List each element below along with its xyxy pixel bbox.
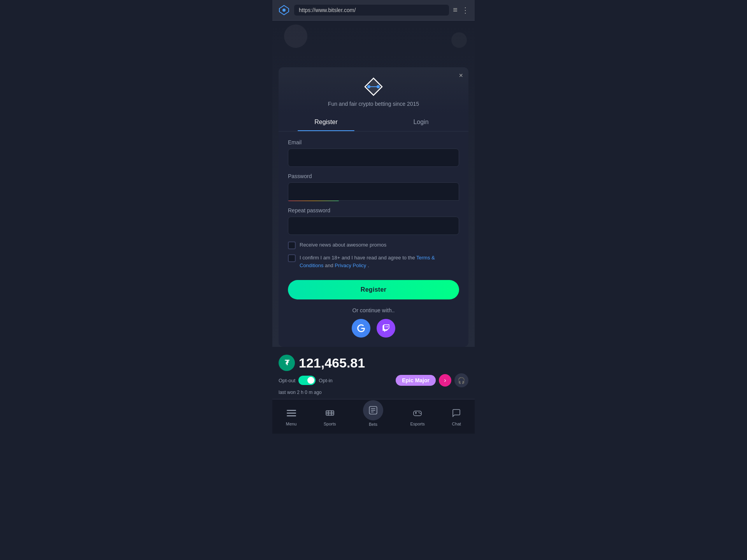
opt-out-label: Opt-out xyxy=(279,378,295,383)
google-login-button[interactable] xyxy=(352,319,370,338)
nav-chat[interactable]: Chat xyxy=(448,407,465,428)
register-modal: × Fun and fair crypto betting since 2015… xyxy=(279,67,468,347)
tab-login[interactable]: Login xyxy=(374,113,468,131)
last-won-text: last won 2 h 0 m ago xyxy=(279,390,468,395)
bets-label: Bets xyxy=(369,422,377,427)
nav-bets[interactable]: Bets xyxy=(359,399,387,428)
esports-icon xyxy=(413,408,422,420)
tether-icon: ₮ xyxy=(279,355,295,371)
promo-checkbox[interactable] xyxy=(288,242,296,249)
jackpot-amount: 121,465.81 xyxy=(299,355,365,371)
jackpot-section: ₮ 121,465.81 xyxy=(279,351,468,373)
twitch-login-button[interactable] xyxy=(377,319,395,338)
toggle-knob xyxy=(307,377,314,384)
password-input[interactable] xyxy=(288,182,459,201)
background-area: × Fun and fair crypto betting since 2015… xyxy=(272,21,475,347)
browser-url[interactable]: https://www.bitsler.com/ xyxy=(294,5,449,16)
browser-dots-icon[interactable]: ⋮ xyxy=(461,5,469,15)
browser-menu-icon[interactable]: ≡ xyxy=(453,5,458,15)
background-bottom: ₮ 121,465.81 Opt-out Opt-in Epic Major ›… xyxy=(272,347,475,399)
email-label: Email xyxy=(288,139,459,145)
email-group: Email xyxy=(288,139,459,167)
nav-esports[interactable]: Esports xyxy=(406,407,428,428)
chat-icon xyxy=(452,408,461,420)
repeat-password-label: Repeat password xyxy=(288,207,459,214)
svg-rect-9 xyxy=(287,413,296,414)
modal-close-button[interactable]: × xyxy=(459,72,463,79)
browser-logo-icon xyxy=(278,4,290,16)
terms-checkbox-group: I confirm I am 18+ and I have read and a… xyxy=(288,254,459,269)
svg-rect-8 xyxy=(287,410,296,411)
social-buttons xyxy=(288,319,459,338)
email-input[interactable] xyxy=(288,149,459,167)
terms-checkbox[interactable] xyxy=(288,254,296,262)
chat-label: Chat xyxy=(452,422,461,426)
epic-badge: Epic Major xyxy=(396,375,436,386)
sports-icon xyxy=(325,408,335,420)
svg-point-6 xyxy=(377,85,380,88)
svg-rect-10 xyxy=(287,415,296,416)
terms-label: I confirm I am 18+ and I have read and a… xyxy=(300,254,459,269)
tab-register[interactable]: Register xyxy=(279,113,374,131)
browser-actions: ≡ ⋮ xyxy=(453,5,469,15)
bottom-nav: Menu Sports xyxy=(272,399,475,434)
opt-bar: Opt-out Opt-in xyxy=(279,376,333,385)
opt-in-label: Opt-in xyxy=(319,378,332,383)
nav-menu[interactable]: Menu xyxy=(282,407,301,428)
privacy-link[interactable]: Privacy Policy xyxy=(335,262,366,268)
next-button[interactable]: › xyxy=(439,374,451,387)
svg-point-25 xyxy=(420,413,421,414)
svg-point-5 xyxy=(367,85,370,88)
esports-label: Esports xyxy=(410,422,424,426)
menu-icon xyxy=(287,408,296,420)
nav-sports[interactable]: Sports xyxy=(320,407,340,428)
promo-bar: Opt-out Opt-in Epic Major › 🎧 xyxy=(279,373,468,387)
epic-section: Epic Major › 🎧 xyxy=(396,373,468,387)
browser-bar: https://www.bitsler.com/ ≡ ⋮ xyxy=(272,0,475,21)
promo-label: Receive news about awesome promos xyxy=(300,241,386,249)
bg-header-content xyxy=(279,28,468,67)
modal-subtitle: Fun and fair crypto betting since 2015 xyxy=(286,101,461,107)
modal-header: × Fun and fair crypto betting since 2015 xyxy=(279,67,468,113)
repeat-password-input[interactable] xyxy=(288,217,459,235)
password-label: Password xyxy=(288,173,459,179)
menu-label: Menu xyxy=(286,422,297,426)
social-section: Or continue with.. xyxy=(288,307,459,338)
sports-label: Sports xyxy=(324,422,336,426)
social-label: Or continue with.. xyxy=(288,307,459,313)
page-wrapper: https://www.bitsler.com/ ≡ ⋮ × xyxy=(272,0,475,434)
svg-point-2 xyxy=(282,9,286,12)
repeat-password-group: Repeat password xyxy=(288,207,459,235)
bets-icon-wrap xyxy=(363,400,383,420)
auth-tabs: Register Login xyxy=(279,113,468,131)
register-button[interactable]: Register xyxy=(288,280,459,299)
modal-body: Email Password Repeat password Receive n… xyxy=(279,131,468,347)
promo-checkbox-group: Receive news about awesome promos xyxy=(288,241,459,249)
password-group: Password xyxy=(288,173,459,201)
bitsler-logo xyxy=(363,77,384,97)
support-button[interactable]: 🎧 xyxy=(454,373,468,387)
svg-point-24 xyxy=(419,412,419,413)
opt-toggle[interactable] xyxy=(298,376,316,385)
svg-rect-11 xyxy=(326,411,334,415)
